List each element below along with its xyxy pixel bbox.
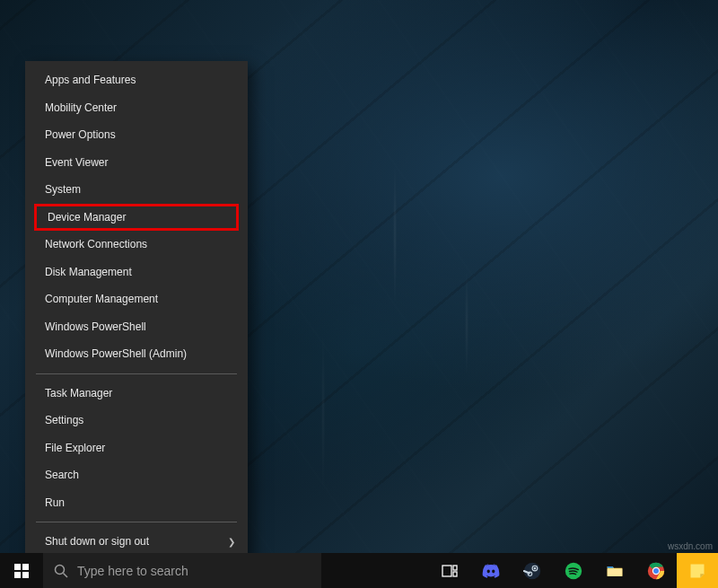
menu-item-computer-management[interactable]: Computer Management bbox=[25, 285, 248, 313]
menu-item-network-connections[interactable]: Network Connections bbox=[25, 231, 248, 259]
menu-item-label: Shut down or sign out bbox=[45, 535, 149, 548]
menu-item-settings[interactable]: Settings bbox=[25, 407, 248, 434]
svg-rect-2 bbox=[14, 572, 21, 578]
svg-rect-6 bbox=[442, 566, 451, 576]
menu-item-label: Mobility Center bbox=[45, 101, 117, 114]
menu-item-disk-management[interactable]: Disk Management bbox=[25, 259, 248, 286]
search-icon bbox=[54, 564, 68, 578]
svg-rect-8 bbox=[453, 572, 457, 576]
menu-separator bbox=[36, 373, 237, 374]
menu-item-label: System bbox=[45, 183, 81, 196]
menu-item-file-explorer[interactable]: File Explorer bbox=[25, 434, 248, 462]
svg-rect-0 bbox=[14, 564, 21, 570]
taskbar: Type here to search bbox=[0, 553, 718, 588]
search-placeholder: Type here to search bbox=[77, 564, 188, 578]
menu-item-label: Settings bbox=[45, 414, 83, 426]
chevron-right-icon: ❯ bbox=[228, 537, 235, 547]
menu-item-label: Task Manager bbox=[45, 387, 112, 399]
svg-point-11 bbox=[534, 566, 537, 569]
menu-item-label: File Explorer bbox=[45, 442, 105, 454]
taskbar-icon-task-view[interactable] bbox=[429, 553, 470, 588]
menu-item-label: Windows PowerShell (Admin) bbox=[45, 347, 187, 360]
menu-item-label: Power Options bbox=[45, 128, 116, 141]
sticky-notes-icon bbox=[688, 562, 706, 580]
taskbar-icon-chrome[interactable] bbox=[635, 553, 677, 588]
menu-item-label: Device Manager bbox=[48, 211, 126, 224]
menu-item-shut-down-or-sign-out[interactable]: Shut down or sign out❯ bbox=[25, 528, 248, 556]
menu-item-windows-powershell-admin[interactable]: Windows PowerShell (Admin) bbox=[25, 340, 248, 368]
menu-item-device-manager[interactable]: Device Manager bbox=[34, 204, 239, 232]
menu-item-power-options[interactable]: Power Options bbox=[25, 121, 248, 149]
menu-item-run[interactable]: Run bbox=[25, 489, 248, 517]
discord-icon bbox=[482, 562, 500, 580]
svg-rect-1 bbox=[22, 564, 29, 570]
svg-point-9 bbox=[524, 562, 540, 578]
taskbar-icon-discord[interactable] bbox=[470, 553, 512, 588]
taskbar-search[interactable]: Type here to search bbox=[43, 553, 321, 588]
steam-icon bbox=[523, 562, 541, 580]
file-explorer-icon bbox=[606, 562, 624, 580]
svg-point-17 bbox=[653, 568, 659, 574]
svg-rect-7 bbox=[453, 566, 457, 570]
svg-rect-14 bbox=[608, 568, 623, 575]
svg-point-4 bbox=[56, 565, 65, 574]
windows-logo-icon bbox=[14, 564, 29, 578]
menu-item-system[interactable]: System bbox=[25, 176, 248, 204]
watermark-text: wsxdn.com bbox=[668, 541, 713, 551]
menu-item-label: Search bbox=[45, 469, 79, 481]
menu-item-windows-powershell[interactable]: Windows PowerShell bbox=[25, 313, 248, 341]
menu-separator bbox=[36, 522, 237, 522]
menu-item-label: Run bbox=[45, 496, 65, 509]
svg-rect-3 bbox=[22, 572, 29, 578]
task-view-icon bbox=[442, 563, 458, 579]
menu-item-task-manager[interactable]: Task Manager bbox=[25, 380, 248, 408]
spotify-icon bbox=[565, 562, 582, 580]
menu-item-label: Computer Management bbox=[45, 293, 158, 305]
menu-item-event-viewer[interactable]: Event Viewer bbox=[25, 149, 248, 177]
menu-item-mobility-center[interactable]: Mobility Center bbox=[25, 94, 248, 122]
taskbar-icon-sticky-notes[interactable] bbox=[677, 553, 718, 588]
menu-item-search[interactable]: Search bbox=[25, 461, 248, 489]
menu-item-label: Event Viewer bbox=[45, 156, 108, 169]
menu-item-label: Windows PowerShell bbox=[45, 320, 146, 333]
menu-item-label: Apps and Features bbox=[45, 74, 136, 86]
winx-context-menu: Apps and FeaturesMobility CenterPower Op… bbox=[25, 61, 248, 588]
chrome-icon bbox=[647, 562, 665, 580]
menu-item-apps-and-features[interactable]: Apps and Features bbox=[25, 66, 248, 94]
taskbar-icon-steam[interactable] bbox=[512, 553, 553, 588]
taskbar-icon-spotify[interactable] bbox=[553, 553, 594, 588]
taskbar-icon-file-explorer[interactable] bbox=[594, 553, 635, 588]
menu-item-label: Disk Management bbox=[45, 266, 132, 278]
start-button[interactable] bbox=[0, 553, 43, 588]
menu-item-label: Network Connections bbox=[45, 238, 147, 250]
svg-line-5 bbox=[64, 573, 68, 577]
